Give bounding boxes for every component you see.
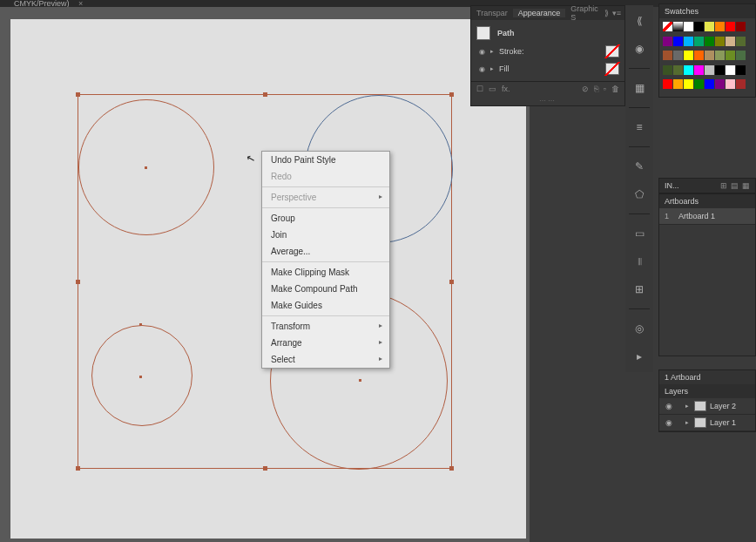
collapse-icon[interactable]: ⟫ xyxy=(604,9,609,17)
artboard-row[interactable]: 1 Artboard 1 xyxy=(659,208,755,225)
swatch[interactable] xyxy=(736,37,746,46)
links-icon[interactable]: ◎ xyxy=(631,320,648,337)
swatches-title[interactable]: Swatches xyxy=(659,4,755,18)
transform-icon[interactable]: ⊞ xyxy=(631,281,648,298)
fill-swatch[interactable] xyxy=(605,63,619,75)
align-icon[interactable]: ⫴ xyxy=(631,253,648,270)
menu-item[interactable]: Make Compound Path xyxy=(262,281,389,297)
menu-item[interactable]: Arrange▸ xyxy=(262,335,389,351)
swatch[interactable] xyxy=(694,51,704,60)
panel-grip[interactable]: ⋯⋯ xyxy=(471,96,624,105)
actions-icon[interactable]: ▸ xyxy=(631,348,648,365)
lib-icon[interactable]: ⊞ xyxy=(720,181,727,190)
new-art-icon[interactable]: ☐ xyxy=(476,85,483,93)
swatch[interactable] xyxy=(694,65,704,75)
anchor-point[interactable] xyxy=(139,323,142,326)
library-title[interactable]: IN... xyxy=(665,181,679,190)
resize-handle[interactable] xyxy=(76,466,80,471)
swatch[interactable] xyxy=(715,37,725,46)
menu-item[interactable]: Join xyxy=(262,227,389,243)
swatch-none[interactable] xyxy=(663,22,672,31)
clear-icon[interactable]: ⊘ xyxy=(582,85,589,93)
swatch[interactable] xyxy=(736,79,746,89)
stroke-panel-icon[interactable]: ≡ xyxy=(631,119,648,136)
swatch[interactable] xyxy=(684,79,693,89)
swatch[interactable] xyxy=(673,79,683,89)
trash-icon[interactable]: 🗑 xyxy=(611,85,619,93)
tab-graphic-styles[interactable]: Graphic S xyxy=(565,4,604,22)
resize-handle[interactable] xyxy=(76,92,80,97)
swatch[interactable] xyxy=(705,51,714,60)
fill-row[interactable]: ◉ ▸ Fill xyxy=(476,60,619,78)
visibility-icon[interactable]: ◉ xyxy=(663,418,675,427)
stroke-row[interactable]: ◉ ▸ Stroke: xyxy=(476,43,619,60)
swatch[interactable] xyxy=(736,65,746,75)
layers-tab[interactable]: Layers xyxy=(659,384,755,398)
brushes-icon[interactable]: ✎ xyxy=(631,158,648,175)
swatch[interactable] xyxy=(673,65,683,75)
stroke-swatch[interactable] xyxy=(605,45,619,58)
lib-icon[interactable]: ▦ xyxy=(742,181,750,190)
swatch[interactable] xyxy=(694,37,704,46)
effect-icon[interactable]: fx. xyxy=(502,85,510,93)
swatch[interactable] xyxy=(694,79,704,89)
swatch[interactable] xyxy=(715,79,725,89)
expand-icon[interactable]: ▸ xyxy=(685,403,694,410)
swatch[interactable] xyxy=(663,51,672,60)
swatch[interactable] xyxy=(726,37,735,46)
resize-handle[interactable] xyxy=(263,92,267,97)
swatch[interactable] xyxy=(736,22,746,31)
layer-row[interactable]: ◉▸Layer 1 xyxy=(659,415,755,431)
swatch[interactable] xyxy=(726,79,735,89)
resize-handle[interactable] xyxy=(449,466,454,471)
menu-item[interactable]: Group xyxy=(262,210,389,227)
resize-handle[interactable] xyxy=(449,92,454,97)
color-icon[interactable]: ◉ xyxy=(631,40,648,58)
resize-handle[interactable] xyxy=(76,280,80,284)
tab-transparency[interactable]: Transpar xyxy=(471,9,513,17)
dup-icon[interactable]: ⎘ xyxy=(594,85,598,93)
swatch[interactable] xyxy=(715,65,725,75)
swatch[interactable] xyxy=(684,37,693,46)
menu-item[interactable]: Make Clipping Mask xyxy=(262,264,389,281)
gradient-icon[interactable]: ▦ xyxy=(631,79,648,97)
swatch[interactable] xyxy=(684,22,693,31)
anchor-point[interactable] xyxy=(145,166,147,169)
artboards-title[interactable]: Artboards xyxy=(659,194,755,208)
swatch[interactable] xyxy=(673,51,683,60)
swatch[interactable] xyxy=(705,22,714,31)
swatch-registration[interactable] xyxy=(673,22,683,31)
stroke-icon[interactable]: ▭ xyxy=(489,85,496,93)
swatch[interactable] xyxy=(726,22,735,31)
tab-appearance[interactable]: Appearance xyxy=(513,9,566,17)
swatch[interactable] xyxy=(663,65,672,75)
visibility-icon[interactable]: ◉ xyxy=(476,46,487,57)
menu-item[interactable]: Transform▸ xyxy=(262,318,389,335)
anchor-point[interactable] xyxy=(139,376,142,378)
swatch[interactable] xyxy=(705,79,714,89)
expand-icon[interactable]: ▸ xyxy=(490,48,499,55)
menu-item[interactable]: Select▸ xyxy=(262,351,389,368)
menu-icon[interactable]: ▾≡ xyxy=(612,9,621,17)
menu-item[interactable]: Average... xyxy=(262,243,389,260)
swatch[interactable] xyxy=(715,51,725,60)
swatch[interactable] xyxy=(715,22,725,31)
swatch[interactable] xyxy=(705,37,714,46)
expand-icon[interactable]: ▸ xyxy=(685,419,694,426)
expand-icon[interactable]: ▸ xyxy=(490,65,499,72)
resize-handle[interactable] xyxy=(449,280,454,284)
swatch[interactable] xyxy=(726,51,735,60)
swatch[interactable] xyxy=(694,22,704,31)
circle-shape[interactable] xyxy=(91,325,192,426)
swatch[interactable] xyxy=(684,51,693,60)
resize-handle[interactable] xyxy=(263,466,267,471)
visibility-icon[interactable]: ◉ xyxy=(663,402,675,410)
swatch[interactable] xyxy=(673,37,683,46)
swatch[interactable] xyxy=(663,79,672,89)
swatch[interactable] xyxy=(705,65,714,75)
menu-item[interactable]: Undo Paint Style xyxy=(262,152,389,168)
swatch[interactable] xyxy=(726,65,735,75)
anchor-point[interactable] xyxy=(359,379,361,382)
layer-row[interactable]: ◉▸Layer 2 xyxy=(659,398,755,415)
new-icon[interactable]: ▫ xyxy=(604,85,606,93)
